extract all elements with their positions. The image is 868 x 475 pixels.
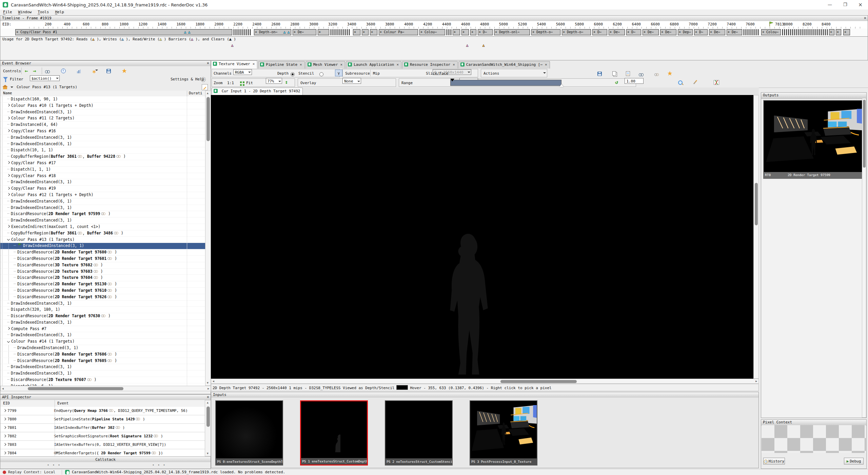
timeline-event-marks[interactable] (234, 29, 251, 35)
timeline-pass-block[interactable]: + Colou⋯ (761, 29, 781, 35)
timeline-pass-block[interactable]: + De⋯ (293, 29, 316, 35)
event-row[interactable]: Colour Pass #12 (1 Targets + Depth) (0, 192, 205, 198)
event-row[interactable]: DrawIndexedInstanced(6, 1) (0, 141, 205, 148)
event-browser-close-icon[interactable]: × (207, 61, 209, 65)
breadcrumb-dropdown-icon[interactable] (11, 87, 13, 89)
event-row[interactable]: DrawIndexedInstanced(3, 1) (0, 370, 205, 377)
copy-texture-icon[interactable] (612, 71, 616, 76)
fit-icon[interactable] (240, 81, 242, 83)
tab-close-icon[interactable]: × (340, 62, 343, 67)
resource-link[interactable]: 2D Render Target 97606 (55, 352, 106, 357)
event-row[interactable]: ExecuteIndirect(maxCount 1, count <1>) (0, 224, 205, 230)
api-column-eid[interactable]: EID (3, 401, 10, 405)
event-row[interactable]: CopyBufferRegion(Buffer 3861, Buffer 348… (0, 230, 205, 237)
resource-link[interactable]: Pipeline State 1429 (92, 417, 135, 421)
gamma-button[interactable]: γ (335, 70, 342, 76)
texture-view-vscrollbar[interactable] (753, 95, 759, 379)
zoom-range-icon[interactable] (678, 80, 683, 85)
save-texture-icon[interactable] (597, 72, 602, 76)
event-tree[interactable]: Dispatch(160, 90, 1)Colour Pass #10 (1 T… (0, 96, 205, 386)
current-eid-flag-icon[interactable] (769, 21, 774, 28)
stencil-radio-label[interactable]: Stencil (298, 71, 314, 76)
texture-view-canvas[interactable] (211, 95, 753, 379)
menu-file[interactable]: File (0, 10, 15, 15)
open-texture-list-icon[interactable] (626, 71, 630, 76)
timeline-pass-block[interactable]: + (470, 29, 476, 35)
timeline-pass-block[interactable]: + D⋯ (626, 29, 641, 35)
timeline-pass-bar[interactable]: + Copy/Clear Pass #1+ Depth-on⋯+ De⋯++++… (0, 28, 868, 37)
event-row[interactable]: DiscardResource(2D Render Target 97599 ) (0, 211, 205, 217)
timeline-pass-block[interactable]: + (829, 29, 834, 35)
resource-link[interactable]: Buffer 94228 (87, 154, 115, 159)
event-row[interactable]: DrawIndexedInstanced(6, 1) (0, 198, 205, 205)
api-event-row[interactable]: 7804OMSetRenderTargets({ 2D Render Targe… (0, 449, 205, 456)
tab-launch-application[interactable]: Launch Application× (346, 61, 401, 69)
usage-marker-icon[interactable]: ▲ (482, 43, 485, 48)
api-event-row[interactable]: 7802SetGraphicsRootSignature(Root Signat… (0, 432, 205, 441)
timing-icon[interactable] (61, 69, 66, 73)
outputs-vscrollbar[interactable] (862, 98, 866, 418)
usage-marker-icon[interactable]: ▲ (288, 30, 290, 34)
event-row[interactable]: DiscardResource(2D Texture 97604 ) (0, 275, 205, 281)
resource-link[interactable]: Buffer 3861 (51, 231, 77, 235)
event-row[interactable]: Colour Pass #11 (2 Targets) (0, 115, 205, 122)
zoom-1-1-button[interactable]: 1:1 (227, 80, 234, 85)
resource-link[interactable]: Buffer 302 (92, 425, 115, 430)
range-white-point-handle[interactable] (559, 82, 564, 87)
event-row[interactable]: Colour Pass #13 (1 Targets) (0, 237, 205, 243)
timeline-pass-block[interactable]: + (843, 29, 850, 35)
event-row[interactable]: Copy/Clear Pass #17 (0, 160, 205, 167)
api-inspector-close-icon[interactable]: × (207, 395, 209, 399)
event-row[interactable]: DrawInstanced(4, 64) (0, 122, 205, 128)
settings-help-link[interactable]: Settings & Help (171, 76, 204, 81)
step-back-icon[interactable]: ← (25, 68, 28, 74)
event-row[interactable]: Dispatch(320, 180, 1) (0, 307, 205, 313)
filter-input[interactable]: $action() (30, 75, 60, 81)
event-row[interactable]: DiscardResource(2D Render Target 97605 ) (0, 358, 205, 364)
fit-button[interactable]: Fit (246, 80, 253, 85)
timeline-pass-block[interactable]: + (370, 29, 377, 35)
event-row[interactable]: DrawIndexedInstanced(3, 1) (0, 179, 205, 186)
resource-link[interactable]: 2D Render Target 97610 (55, 288, 106, 293)
input-thumbnail[interactable]: PS 0:eneTexturesStruct_SceneDepthTextur (215, 400, 283, 466)
outputs-header[interactable]: Outputs (761, 93, 866, 99)
timeline-pass-block[interactable]: + (461, 29, 469, 35)
usage-marker-icon[interactable]: ▲ (231, 43, 234, 48)
api-event-list[interactable]: 7799EndQuery(Query Heap 3766, D3D12_QUER… (0, 407, 205, 456)
stencil-radio[interactable] (319, 72, 323, 76)
splitter-handle[interactable]: • • • (152, 463, 166, 467)
menu-window[interactable]: Window (15, 10, 35, 15)
event-row[interactable]: Colour Pass #14 (1 Targets) (0, 339, 205, 345)
event-row[interactable]: Copy/Clear Pass #18 (0, 173, 205, 179)
event-row[interactable]: DiscardResource(2D Render Target 97601 ) (0, 256, 205, 262)
event-row[interactable]: DiscardResource(2D Texture 97603 ) (0, 269, 205, 275)
callstack-section-label[interactable]: Callstack (95, 457, 116, 462)
timeline-pass-block[interactable]: + D⋯ (694, 29, 708, 35)
resource-link-icon[interactable] (654, 73, 659, 76)
timeline-pass-block[interactable]: + Colou⋯ (419, 29, 445, 35)
event-row[interactable]: DiscardResource(2D Texture 97607 ) (0, 377, 205, 383)
tab-close-icon[interactable]: × (396, 62, 399, 67)
api-event-row[interactable]: 7799EndQuery(Query Heap 3766, D3D12_QUER… (0, 407, 205, 415)
timeline-pass-block[interactable]: + D⋯ (592, 29, 607, 35)
event-row[interactable]: DiscardResource(2D Render Target 97610 ) (0, 288, 205, 294)
timeline-usage-markers[interactable]: ▲▲▲ (0, 42, 868, 49)
timeline-pass-block[interactable]: + De⋯ (643, 29, 659, 35)
event-row[interactable]: DrawIndexedInstanced(3, 1) (0, 364, 205, 370)
breadcrumb[interactable]: Colour Pass #13 (1 Targets) (17, 85, 77, 89)
timeline-event-marks[interactable] (447, 29, 451, 35)
zoom-level-select[interactable]: 77% (266, 78, 282, 84)
event-row[interactable]: DrawIndexedInstanced(3, 1) (0, 320, 205, 326)
timeline-ruler[interactable]: EID: 7813 200400600800100012001400160018… (0, 21, 868, 29)
timeline-pass-block[interactable]: + D⋯ (478, 29, 493, 35)
event-row[interactable]: Dispatch(10, 1, 1) (0, 147, 205, 154)
api-inspector-vscrollbar[interactable]: ▲ ▼ (205, 400, 211, 456)
resource-link[interactable]: 2D Render Target 95130 (55, 282, 106, 286)
tab-close-icon[interactable]: × (300, 62, 302, 67)
event-row[interactable]: DiscardResource(2D Render Target 97630 ) (0, 313, 205, 320)
input-thumbnail[interactable]: PS 2 neTexturesStruct_CustomStencilText (385, 400, 453, 466)
event-row[interactable]: DrawIndexedInstanced(3, 1) (0, 301, 205, 307)
custom-shader-icon[interactable] (667, 71, 672, 76)
range-max-input[interactable]: 1.00 (625, 78, 643, 84)
timeline-event-marks[interactable] (331, 29, 350, 35)
